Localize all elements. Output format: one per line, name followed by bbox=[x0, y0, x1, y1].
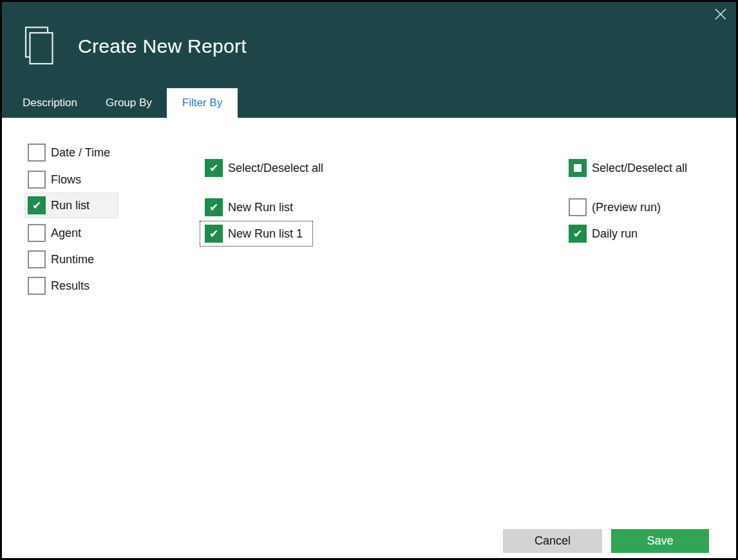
create-new-report-dialog: Create New Report Description Group By F… bbox=[0, 0, 738, 560]
checkmark-icon: ✔ bbox=[209, 229, 218, 239]
checkmark-icon: ✔ bbox=[32, 200, 41, 211]
checkbox-label: Date / Time bbox=[51, 144, 110, 162]
checkbox-run-list[interactable]: ✔ bbox=[28, 196, 46, 214]
tab-description[interactable]: Description bbox=[23, 88, 77, 118]
checkbox-select-all-runs[interactable] bbox=[569, 159, 587, 177]
tab-filter-by[interactable]: Filter By bbox=[167, 88, 238, 118]
page-title: Create New Report bbox=[78, 35, 247, 57]
checkbox-select-all-run-lists[interactable]: ✔ bbox=[205, 159, 223, 177]
checkbox-daily-run[interactable]: ✔ bbox=[569, 225, 587, 243]
checkmark-icon: ✔ bbox=[209, 202, 218, 213]
checkbox-flows[interactable] bbox=[28, 171, 46, 189]
checkbox-label: Select/Deselect all bbox=[592, 159, 687, 177]
save-button[interactable]: Save bbox=[611, 529, 709, 553]
report-pages-icon bbox=[24, 26, 54, 68]
checkbox-label: Results bbox=[51, 277, 90, 295]
checkbox-label: Select/Deselect all bbox=[228, 159, 323, 177]
filter-category-run-list[interactable]: ✔ Run list bbox=[28, 196, 90, 214]
close-icon[interactable] bbox=[713, 6, 728, 22]
checkbox-label: (Preview run) bbox=[592, 198, 661, 216]
checkbox-preview-run[interactable] bbox=[569, 198, 587, 216]
run-item-preview-run[interactable]: (Preview run) bbox=[569, 198, 661, 216]
run-item-daily-run[interactable]: ✔ Daily run bbox=[569, 225, 638, 243]
tab-group-by[interactable]: Group By bbox=[106, 88, 152, 118]
filter-category-flows[interactable]: Flows bbox=[28, 171, 81, 189]
checkbox-new-run-list[interactable]: ✔ bbox=[205, 198, 223, 216]
run-list-select-all[interactable]: ✔ Select/Deselect all bbox=[205, 159, 323, 177]
checkbox-label: Daily run bbox=[592, 225, 638, 243]
checkbox-runtime[interactable] bbox=[28, 250, 46, 268]
checkbox-label: Flows bbox=[51, 171, 81, 189]
run-list-item-new-run-list[interactable]: ✔ New Run list bbox=[205, 198, 293, 216]
indeterminate-icon bbox=[574, 164, 582, 172]
runs-select-all[interactable]: Select/Deselect all bbox=[569, 159, 687, 177]
checkbox-label: Agent bbox=[51, 224, 81, 242]
filter-category-results[interactable]: Results bbox=[28, 277, 90, 295]
checkbox-agent[interactable] bbox=[28, 224, 46, 242]
filter-category-runtime[interactable]: Runtime bbox=[28, 250, 94, 268]
checkbox-label: New Run list bbox=[228, 198, 293, 216]
checkbox-new-run-list-1[interactable]: ✔ bbox=[205, 225, 223, 243]
checkmark-icon: ✔ bbox=[573, 229, 582, 239]
filter-category-agent[interactable]: Agent bbox=[28, 224, 81, 242]
cancel-button[interactable]: Cancel bbox=[503, 529, 602, 553]
dialog-header: Create New Report Description Group By F… bbox=[2, 2, 736, 118]
run-list-item-new-run-list-1[interactable]: ✔ New Run list 1 bbox=[205, 225, 303, 243]
checkmark-icon: ✔ bbox=[209, 163, 218, 174]
checkbox-label: Runtime bbox=[51, 250, 94, 268]
filter-category-date-time[interactable]: Date / Time bbox=[28, 144, 110, 162]
checkbox-label: New Run list 1 bbox=[228, 225, 303, 243]
close-icon-glyph bbox=[714, 8, 727, 21]
checkbox-label: Run list bbox=[51, 196, 90, 214]
checkbox-date-time[interactable] bbox=[28, 144, 46, 162]
checkbox-results[interactable] bbox=[28, 277, 46, 295]
